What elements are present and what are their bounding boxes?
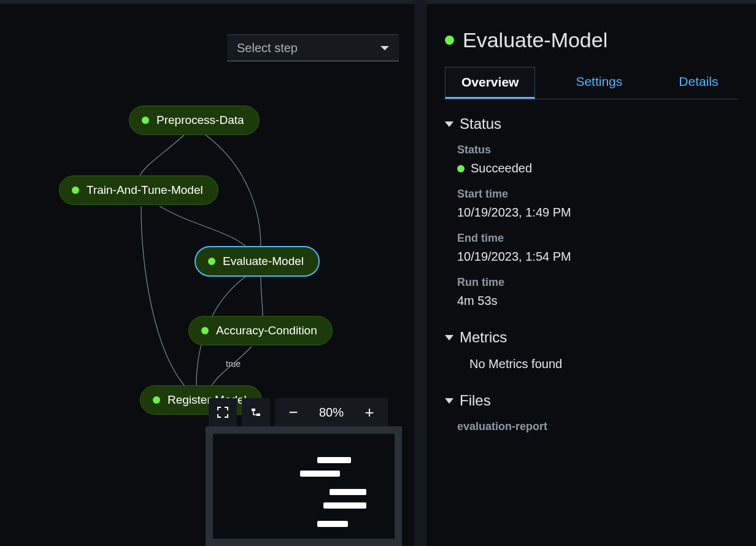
end-time-value: 10/19/2023, 1:54 PM: [457, 250, 738, 264]
fit-to-screen-button[interactable]: [209, 398, 237, 426]
section-title: Status: [460, 115, 501, 133]
zoom-out-button[interactable]: −: [275, 398, 312, 426]
zoom-controls: − 80% +: [209, 398, 388, 426]
node-label: Train-And-Tune-Model: [87, 183, 203, 197]
svg-rect-1: [256, 413, 260, 416]
svg-rect-0: [252, 409, 255, 411]
panel-title: Evaluate-Model: [445, 28, 738, 52]
layout-icon: [250, 406, 262, 418]
minimap[interactable]: [206, 426, 402, 546]
section-metrics: Metrics No Metrics found: [445, 329, 738, 371]
chevron-down-icon: [445, 121, 453, 127]
chevron-down-icon: [380, 46, 389, 50]
section-title: Metrics: [460, 329, 507, 346]
select-step-dropdown[interactable]: Select step: [227, 34, 399, 61]
tab-overview[interactable]: Overview: [445, 67, 535, 99]
end-time-label: End time: [457, 232, 738, 245]
node-evaluate-model[interactable]: Evaluate-Model: [195, 246, 320, 277]
status-dot-icon: [72, 186, 79, 194]
metrics-empty: No Metrics found: [469, 357, 738, 371]
file-evaluation-report: evaluation-report: [457, 420, 738, 433]
section-files: Files evaluation-report: [445, 392, 738, 433]
node-train-and-tune-model[interactable]: Train-And-Tune-Model: [59, 175, 218, 205]
tab-details[interactable]: Details: [663, 67, 734, 99]
tab-settings[interactable]: Settings: [560, 67, 638, 99]
panel-title-text: Evaluate-Model: [463, 28, 608, 52]
status-dot-icon: [142, 117, 149, 124]
details-panel: Evaluate-Model Overview Settings Details…: [426, 0, 756, 546]
section-status-header[interactable]: Status: [445, 115, 738, 133]
node-label: Evaluate-Model: [223, 255, 304, 268]
tabs: Overview Settings Details: [445, 67, 738, 99]
node-preprocess-data[interactable]: Preprocess-Data: [129, 106, 260, 135]
chevron-down-icon: [445, 398, 453, 404]
run-time-label: Run time: [457, 276, 738, 289]
status-value: Succeeded: [471, 161, 532, 175]
zoom-in-button[interactable]: +: [351, 398, 388, 426]
status-dot-icon: [445, 36, 454, 45]
status-dot-icon: [153, 396, 160, 404]
edge-label-true: true: [226, 359, 241, 369]
section-metrics-header[interactable]: Metrics: [445, 329, 738, 346]
start-time-value: 10/19/2023, 1:49 PM: [457, 206, 738, 220]
section-title: Files: [460, 392, 491, 409]
node-accuracy-condition[interactable]: Accuracy-Condition: [188, 316, 333, 345]
section-status: Status Status Succeeded Start time 10/19…: [445, 115, 738, 308]
status-dot-icon: [208, 258, 215, 265]
chevron-down-icon: [445, 335, 453, 340]
status-label: Status: [457, 144, 738, 156]
start-time-label: Start time: [457, 188, 738, 201]
status-dot-icon: [457, 165, 465, 172]
zoom-level: 80%: [312, 398, 351, 426]
fullscreen-icon: [217, 406, 229, 418]
section-files-header[interactable]: Files: [445, 392, 738, 409]
status-dot-icon: [201, 327, 209, 334]
select-step-placeholder: Select step: [237, 41, 298, 55]
layout-button[interactable]: [242, 398, 270, 426]
pipeline-graph-panel: Select step Preprocess-Data Train-And-Tu…: [0, 0, 414, 546]
node-label: Accuracy-Condition: [216, 324, 317, 337]
run-time-value: 4m 53s: [457, 294, 738, 308]
node-label: Preprocess-Data: [156, 113, 244, 127]
minimap-view: [213, 434, 395, 539]
